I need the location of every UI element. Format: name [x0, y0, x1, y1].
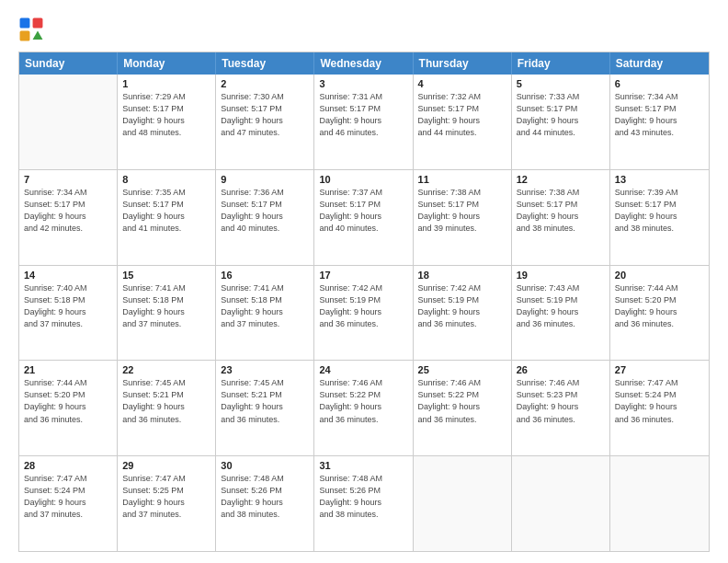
calendar-cell-4-1: 21Sunrise: 7:44 AMSunset: 5:20 PMDayligh…: [19, 361, 118, 455]
cell-info-line: Sunrise: 7:38 AM: [418, 187, 506, 199]
cell-info-line: Sunrise: 7:45 AM: [122, 377, 210, 389]
cell-info-line: Sunrise: 7:41 AM: [122, 282, 210, 294]
cell-info-line: Sunrise: 7:46 AM: [517, 377, 605, 389]
cell-info-line: Daylight: 9 hours: [418, 306, 506, 318]
cell-info-line: Sunrise: 7:32 AM: [418, 91, 506, 103]
cell-info-line: and 41 minutes.: [122, 223, 210, 235]
header-day-sunday: Sunday: [19, 52, 118, 75]
cell-info-line: Daylight: 9 hours: [418, 211, 506, 223]
cell-info-line: Sunrise: 7:31 AM: [319, 91, 407, 103]
calendar-row-1: 1Sunrise: 7:29 AMSunset: 5:17 PMDaylight…: [19, 75, 709, 169]
header-day-saturday: Saturday: [610, 52, 709, 75]
svg-rect-1: [20, 31, 30, 41]
cell-info-line: Sunset: 5:17 PM: [24, 199, 112, 211]
cell-info-line: Daylight: 9 hours: [517, 211, 605, 223]
cell-info-line: Sunrise: 7:47 AM: [615, 377, 704, 389]
cell-info-line: Sunset: 5:21 PM: [122, 389, 210, 401]
cell-info-line: Daylight: 9 hours: [24, 306, 112, 318]
cell-info-line: Sunset: 5:19 PM: [418, 294, 506, 306]
cell-info-line: Daylight: 9 hours: [319, 211, 407, 223]
calendar-cell-3-1: 14Sunrise: 7:40 AMSunset: 5:18 PMDayligh…: [19, 266, 118, 361]
cell-info-line: Daylight: 9 hours: [122, 497, 210, 509]
svg-rect-0: [20, 18, 30, 29]
cell-info-line: Daylight: 9 hours: [221, 401, 309, 413]
cell-info-line: Daylight: 9 hours: [221, 306, 309, 318]
header-day-thursday: Thursday: [414, 52, 512, 75]
cell-info-line: and 37 minutes.: [122, 509, 210, 521]
page: SundayMondayTuesdayWednesdayThursdayFrid…: [0, 0, 728, 563]
calendar-cell-1-2: 1Sunrise: 7:29 AMSunset: 5:17 PMDaylight…: [118, 75, 216, 169]
cell-info-line: Daylight: 9 hours: [517, 401, 605, 413]
cell-info-line: Sunrise: 7:42 AM: [319, 282, 407, 294]
day-number: 10: [319, 174, 407, 185]
cell-info-line: and 37 minutes.: [24, 318, 112, 330]
calendar-cell-5-1: 28Sunrise: 7:47 AMSunset: 5:24 PMDayligh…: [19, 456, 118, 551]
calendar-cell-4-3: 23Sunrise: 7:45 AMSunset: 5:21 PMDayligh…: [216, 361, 314, 455]
cell-info-line: Sunset: 5:17 PM: [615, 103, 704, 115]
cell-info-line: Daylight: 9 hours: [221, 211, 309, 223]
header-day-wednesday: Wednesday: [314, 52, 413, 75]
day-number: 18: [418, 270, 506, 281]
cell-info-line: Daylight: 9 hours: [517, 115, 605, 127]
cell-info-line: Sunset: 5:17 PM: [319, 199, 407, 211]
cell-info-line: Sunrise: 7:43 AM: [517, 282, 605, 294]
svg-rect-2: [33, 18, 43, 29]
cell-info-line: Sunset: 5:26 PM: [221, 485, 309, 497]
cell-info-line: and 38 minutes.: [517, 223, 605, 235]
cell-info-line: Sunrise: 7:38 AM: [517, 187, 605, 199]
cell-info-line: Daylight: 9 hours: [122, 115, 210, 127]
cell-info-line: and 36 minutes.: [319, 414, 407, 426]
cell-info-line: and 38 minutes.: [615, 223, 704, 235]
cell-info-line: Sunrise: 7:37 AM: [319, 187, 407, 199]
calendar-cell-5-4: 31Sunrise: 7:48 AMSunset: 5:26 PMDayligh…: [314, 456, 413, 551]
cell-info-line: and 48 minutes.: [122, 127, 210, 139]
cell-info-line: Sunset: 5:19 PM: [517, 294, 605, 306]
cell-info-line: Sunset: 5:17 PM: [221, 199, 309, 211]
cell-info-line: and 36 minutes.: [517, 318, 605, 330]
cell-info-line: Daylight: 9 hours: [418, 115, 506, 127]
cell-info-line: Daylight: 9 hours: [122, 401, 210, 413]
cell-info-line: and 36 minutes.: [418, 318, 506, 330]
day-number: 1: [122, 78, 210, 89]
day-number: 30: [221, 460, 309, 471]
day-number: 11: [418, 174, 506, 185]
calendar-cell-2-4: 10Sunrise: 7:37 AMSunset: 5:17 PMDayligh…: [314, 170, 413, 265]
calendar-body: 1Sunrise: 7:29 AMSunset: 5:17 PMDaylight…: [19, 75, 709, 551]
cell-info-line: and 38 minutes.: [221, 509, 309, 521]
cell-info-line: and 38 minutes.: [319, 509, 407, 521]
cell-info-line: Sunrise: 7:45 AM: [221, 377, 309, 389]
cell-info-line: Sunset: 5:20 PM: [615, 294, 704, 306]
day-number: 5: [517, 78, 605, 89]
cell-info-line: Daylight: 9 hours: [221, 497, 309, 509]
cell-info-line: Sunrise: 7:44 AM: [615, 282, 704, 294]
day-number: 7: [24, 174, 112, 185]
cell-info-line: and 36 minutes.: [122, 414, 210, 426]
cell-info-line: Sunrise: 7:47 AM: [24, 473, 112, 485]
cell-info-line: and 47 minutes.: [221, 127, 309, 139]
cell-info-line: Daylight: 9 hours: [615, 306, 704, 318]
cell-info-line: Sunrise: 7:40 AM: [24, 282, 112, 294]
cell-info-line: Sunset: 5:26 PM: [319, 485, 407, 497]
calendar: SundayMondayTuesdayWednesdayThursdayFrid…: [18, 52, 710, 552]
cell-info-line: Sunset: 5:22 PM: [319, 389, 407, 401]
calendar-header: SundayMondayTuesdayWednesdayThursdayFrid…: [19, 52, 709, 75]
cell-info-line: and 36 minutes.: [418, 414, 506, 426]
svg-marker-3: [33, 31, 43, 40]
calendar-cell-4-5: 25Sunrise: 7:46 AMSunset: 5:22 PMDayligh…: [414, 361, 512, 455]
cell-info-line: Daylight: 9 hours: [221, 115, 309, 127]
cell-info-line: Sunrise: 7:34 AM: [24, 187, 112, 199]
logo-icon: [18, 17, 44, 42]
cell-info-line: and 36 minutes.: [24, 414, 112, 426]
cell-info-line: Sunset: 5:18 PM: [221, 294, 309, 306]
logo: [18, 17, 48, 42]
cell-info-line: Sunrise: 7:41 AM: [221, 282, 309, 294]
day-number: 8: [122, 174, 210, 185]
calendar-cell-4-7: 27Sunrise: 7:47 AMSunset: 5:24 PMDayligh…: [610, 361, 709, 455]
day-number: 20: [615, 270, 704, 281]
cell-info-line: Sunset: 5:17 PM: [122, 103, 210, 115]
day-number: 23: [221, 364, 309, 375]
cell-info-line: Sunset: 5:18 PM: [24, 294, 112, 306]
cell-info-line: Sunrise: 7:36 AM: [221, 187, 309, 199]
day-number: 22: [122, 364, 210, 375]
cell-info-line: and 46 minutes.: [319, 127, 407, 139]
